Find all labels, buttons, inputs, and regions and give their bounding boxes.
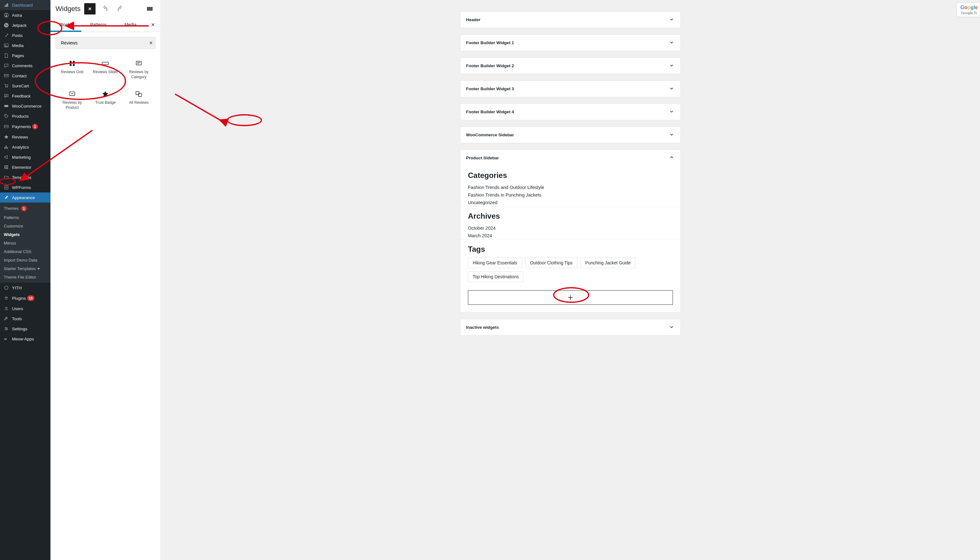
- menu-item-elementor[interactable]: Elementor: [0, 162, 50, 172]
- widget-area-header[interactable]: Header: [460, 12, 681, 28]
- tag-item[interactable]: Outdoor Clothing Tips: [525, 257, 577, 268]
- widget-area-header[interactable]: Footer Builder Widget 4: [460, 104, 681, 120]
- menu-item-jetpack[interactable]: Jetpack: [0, 20, 50, 30]
- submenu-item-widgets[interactable]: Widgets: [0, 230, 50, 239]
- add-block-button[interactable]: [468, 290, 673, 305]
- list-item[interactable]: Fashion Trends and Outdoor Lifestyle: [468, 183, 673, 191]
- menu-item-dashboard[interactable]: Dashboard: [0, 0, 50, 10]
- menu-label: Meow Apps: [12, 337, 34, 342]
- block-trust-badge[interactable]: Trust Badge: [89, 85, 122, 115]
- menu-item-woocommerce[interactable]: WooCommerce: [0, 101, 50, 111]
- chevron-down-icon: [668, 39, 675, 47]
- tag-item[interactable]: Punching Jacket Guide: [580, 257, 635, 268]
- star-icon: [3, 134, 10, 140]
- count-badge: 15: [27, 295, 34, 301]
- block-search-input[interactable]: [58, 37, 149, 48]
- product-icon: [68, 90, 76, 98]
- widget-area-header[interactable]: Footer Builder Widget 3: [460, 81, 681, 97]
- menu-item-yith[interactable]: YITH: [0, 283, 50, 293]
- block-reviews-slider[interactable]: Reviews Slider: [89, 54, 122, 85]
- widget-area-footer-builder-widget-1: Footer Builder Widget 1: [460, 34, 681, 51]
- inserter-search-row: ×: [50, 32, 161, 54]
- menu-item-posts[interactable]: Posts: [0, 30, 50, 40]
- brush-icon: [3, 195, 10, 200]
- menu-label: Reviews: [12, 135, 28, 140]
- toggle-inserter-button[interactable]: [84, 3, 96, 15]
- widget-area-header[interactable]: Product Sidebar: [460, 150, 681, 166]
- inserter-tab-media[interactable]: Media: [115, 18, 145, 32]
- block-results-grid: Reviews GridReviews SliderReviews by Cat…: [50, 54, 161, 120]
- menu-item-astra[interactable]: Astra: [0, 10, 50, 20]
- menu-item-analytics[interactable]: Analytics: [0, 142, 50, 152]
- document-overview-button[interactable]: [144, 3, 155, 15]
- list-item[interactable]: October 2024: [468, 224, 673, 232]
- tag-item[interactable]: Hiking Gear Essentials: [468, 257, 522, 268]
- widget-area-header[interactable]: Inactive widgets: [460, 319, 681, 335]
- svg-point-25: [105, 66, 106, 66]
- menu-item-users[interactable]: Users: [0, 303, 50, 313]
- google-translate-label: Google Tr: [961, 11, 977, 15]
- menu-label: Pages: [12, 53, 24, 58]
- menu-item-payments[interactable]: Payments1: [0, 121, 50, 132]
- submenu-item-customize[interactable]: Customize: [0, 222, 50, 230]
- block-label: All Reviews: [129, 100, 148, 105]
- list-item[interactable]: Uncategorized: [468, 199, 673, 206]
- tag-item[interactable]: Top Hiking Destinations: [468, 271, 523, 282]
- redo-button[interactable]: [115, 3, 126, 15]
- submenu-item-import-demo-data[interactable]: Import Demo Data: [0, 256, 50, 264]
- submenu-item-themes[interactable]: Themes 1: [0, 204, 50, 213]
- menu-item-plugins[interactable]: Plugins15: [0, 293, 50, 303]
- submenu-item-patterns[interactable]: Patterns: [0, 213, 50, 222]
- list-item[interactable]: Fashion Trends in Punching Jackets: [468, 191, 673, 199]
- inserter-tab-patterns[interactable]: Patterns: [81, 18, 116, 32]
- menu-item-settings[interactable]: Settings: [0, 324, 50, 334]
- svg-rect-7: [4, 125, 8, 128]
- menu-item-feedback[interactable]: Feedback: [0, 91, 50, 101]
- menu-item-products[interactable]: Products: [0, 111, 50, 121]
- widget-area-title: Footer Builder Widget 2: [466, 63, 514, 68]
- widget-area-header[interactable]: Footer Builder Widget 2: [460, 58, 681, 74]
- svg-rect-11: [6, 168, 8, 169]
- widget-area-woocommerce-sidebar: WooCommerce Sidebar: [460, 127, 681, 143]
- chevron-down-icon: [668, 85, 675, 92]
- submenu-item-additional-css[interactable]: Additional CSS: [0, 247, 50, 256]
- inserter-tab-blocks[interactable]: Blocks: [50, 18, 81, 32]
- widget-area-header[interactable]: WooCommerce Sidebar: [460, 127, 681, 143]
- widget-area-header[interactable]: Footer Builder Widget 1: [460, 35, 681, 51]
- menu-item-surecart[interactable]: SureCart: [0, 81, 50, 91]
- widget-list: October 2024March 2024: [468, 224, 673, 240]
- menu-item-marketing[interactable]: Marketing: [0, 152, 50, 162]
- submenu-item-starter-templates[interactable]: Starter Templates ✦: [0, 264, 50, 273]
- submenu-item-theme-file-editor[interactable]: Theme File Editor: [0, 273, 50, 282]
- menu-item-reviews[interactable]: Reviews: [0, 132, 50, 142]
- svg-text:M: M: [4, 337, 7, 341]
- clear-search-icon[interactable]: ×: [149, 40, 153, 47]
- block-reviews-by-product[interactable]: Reviews by Product: [55, 85, 89, 115]
- block-reviews-by-category[interactable]: Reviews by Category: [122, 54, 155, 85]
- svg-point-2: [5, 45, 6, 45]
- block-reviews-grid[interactable]: Reviews Grid: [55, 54, 89, 85]
- menu-item-tools[interactable]: Tools: [0, 313, 50, 324]
- submenu-item-menus[interactable]: Menus: [0, 239, 50, 247]
- menu-item-contact[interactable]: Contact: [0, 71, 50, 81]
- menu-item-appearance[interactable]: Appearance: [0, 192, 50, 203]
- menu-item-pages[interactable]: Pages: [0, 50, 50, 60]
- widget-area-body: CategoriesFashion Trends and Outdoor Lif…: [460, 171, 681, 312]
- list-item[interactable]: March 2024: [468, 232, 673, 240]
- menu-label: Tools: [12, 317, 22, 321]
- menu-item-wpforms[interactable]: WPForms: [0, 182, 50, 192]
- menu-item-meow-apps[interactable]: MMeow Apps: [0, 334, 50, 344]
- close-inserter-button[interactable]: ×: [145, 18, 161, 32]
- menu-item-media[interactable]: Media: [0, 40, 50, 50]
- svg-rect-5: [4, 105, 8, 107]
- svg-point-16: [7, 328, 7, 329]
- google-translate-float[interactable]: Google Google Tr: [956, 3, 980, 17]
- block-all-reviews[interactable]: All Reviews: [122, 85, 155, 115]
- svg-point-4: [7, 87, 8, 88]
- google-logo-icon: Google: [960, 5, 978, 10]
- undo-button[interactable]: [99, 3, 111, 15]
- menu-item-comments[interactable]: Comments: [0, 60, 50, 71]
- plug-icon: [3, 296, 10, 301]
- menu-item-templates[interactable]: Templates: [0, 172, 50, 182]
- widget-area-product-sidebar: Product SidebarCategoriesFashion Trends …: [460, 150, 681, 313]
